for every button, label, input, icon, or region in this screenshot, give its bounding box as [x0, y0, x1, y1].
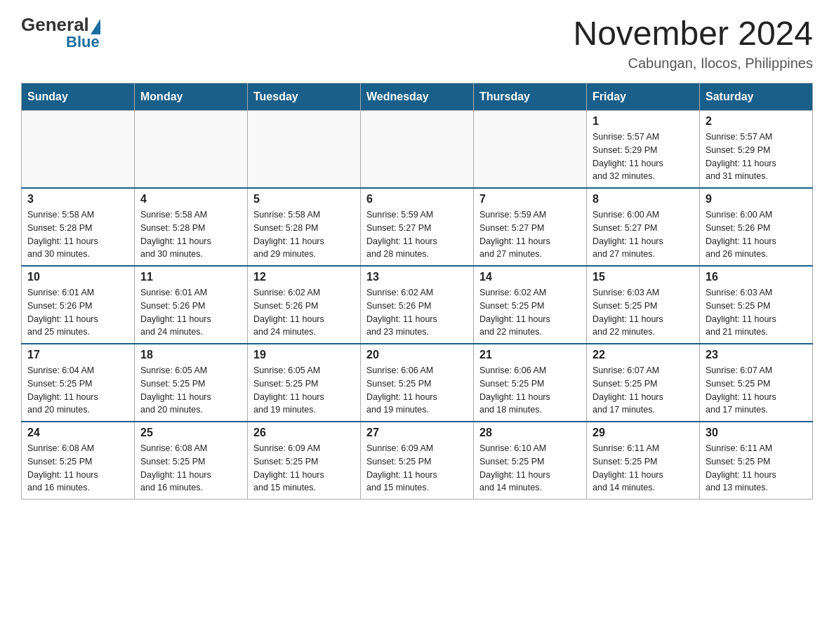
day-number: 3 — [27, 193, 128, 206]
day-number: 10 — [27, 271, 128, 283]
day-number: 22 — [593, 349, 694, 361]
day-number: 4 — [140, 193, 241, 206]
logo-blue-text: Blue — [66, 33, 100, 51]
day-number: 30 — [706, 427, 807, 439]
day-info: Sunrise: 6:11 AMSunset: 5:25 PMDaylight:… — [593, 442, 694, 495]
weekday-header-saturday: Saturday — [700, 83, 813, 111]
calendar-cell: 30Sunrise: 6:11 AMSunset: 5:25 PMDayligh… — [700, 422, 813, 499]
day-number: 6 — [366, 193, 468, 206]
weekday-header-friday: Friday — [587, 83, 700, 111]
calendar-cell: 28Sunrise: 6:10 AMSunset: 5:25 PMDayligh… — [474, 422, 587, 499]
calendar-cell: 24Sunrise: 6:08 AMSunset: 5:25 PMDayligh… — [22, 422, 135, 499]
day-number: 21 — [479, 349, 581, 361]
calendar-cell: 23Sunrise: 6:07 AMSunset: 5:25 PMDayligh… — [700, 344, 813, 422]
day-number: 5 — [253, 193, 355, 206]
day-info: Sunrise: 5:58 AMSunset: 5:28 PMDaylight:… — [253, 208, 355, 261]
page-subtitle: Cabungan, Ilocos, Philippines — [573, 55, 813, 72]
calendar-cell: 17Sunrise: 6:04 AMSunset: 5:25 PMDayligh… — [22, 344, 135, 422]
day-info: Sunrise: 5:58 AMSunset: 5:28 PMDaylight:… — [140, 208, 241, 261]
day-number: 20 — [366, 349, 468, 361]
day-info: Sunrise: 6:00 AMSunset: 5:27 PMDaylight:… — [593, 208, 694, 261]
weekday-header-tuesday: Tuesday — [248, 83, 361, 111]
calendar-cell: 26Sunrise: 6:09 AMSunset: 5:25 PMDayligh… — [248, 422, 361, 499]
day-info: Sunrise: 6:03 AMSunset: 5:25 PMDaylight:… — [706, 286, 807, 339]
calendar-cell: 21Sunrise: 6:06 AMSunset: 5:25 PMDayligh… — [474, 344, 587, 422]
calendar-week-row: 10Sunrise: 6:01 AMSunset: 5:26 PMDayligh… — [22, 266, 813, 344]
day-number: 11 — [140, 271, 241, 283]
calendar-week-row: 3Sunrise: 5:58 AMSunset: 5:28 PMDaylight… — [22, 188, 813, 266]
day-info: Sunrise: 6:02 AMSunset: 5:26 PMDaylight:… — [366, 286, 468, 339]
day-number: 9 — [706, 193, 807, 206]
day-info: Sunrise: 6:08 AMSunset: 5:25 PMDaylight:… — [140, 442, 241, 495]
calendar-week-row: 17Sunrise: 6:04 AMSunset: 5:25 PMDayligh… — [22, 344, 813, 422]
day-info: Sunrise: 6:04 AMSunset: 5:25 PMDaylight:… — [27, 364, 128, 417]
day-info: Sunrise: 6:03 AMSunset: 5:25 PMDaylight:… — [593, 286, 694, 339]
day-info: Sunrise: 5:59 AMSunset: 5:27 PMDaylight:… — [366, 208, 468, 261]
calendar-cell: 20Sunrise: 6:06 AMSunset: 5:25 PMDayligh… — [361, 344, 474, 422]
calendar-cell: 12Sunrise: 6:02 AMSunset: 5:26 PMDayligh… — [248, 266, 361, 344]
calendar-cell: 19Sunrise: 6:05 AMSunset: 5:25 PMDayligh… — [248, 344, 361, 422]
weekday-header-sunday: Sunday — [22, 83, 135, 111]
day-info: Sunrise: 6:06 AMSunset: 5:25 PMDaylight:… — [479, 364, 581, 417]
day-number: 18 — [140, 349, 241, 361]
day-number: 15 — [593, 271, 694, 283]
day-info: Sunrise: 6:10 AMSunset: 5:25 PMDaylight:… — [479, 442, 581, 495]
calendar-cell: 5Sunrise: 5:58 AMSunset: 5:28 PMDaylight… — [248, 188, 361, 266]
day-number: 2 — [706, 115, 807, 128]
day-info: Sunrise: 6:07 AMSunset: 5:25 PMDaylight:… — [706, 364, 807, 417]
calendar-week-row: 1Sunrise: 5:57 AMSunset: 5:29 PMDaylight… — [22, 111, 813, 189]
day-info: Sunrise: 5:57 AMSunset: 5:29 PMDaylight:… — [593, 130, 694, 183]
day-number: 28 — [479, 427, 581, 439]
day-info: Sunrise: 6:05 AMSunset: 5:25 PMDaylight:… — [140, 364, 241, 417]
day-number: 26 — [253, 427, 355, 439]
day-number: 14 — [479, 271, 581, 283]
day-info: Sunrise: 6:00 AMSunset: 5:26 PMDaylight:… — [706, 208, 807, 261]
calendar-cell: 22Sunrise: 6:07 AMSunset: 5:25 PMDayligh… — [587, 344, 700, 422]
logo-triangle-icon — [91, 19, 100, 34]
day-info: Sunrise: 6:02 AMSunset: 5:25 PMDaylight:… — [479, 286, 581, 339]
calendar-cell: 1Sunrise: 5:57 AMSunset: 5:29 PMDaylight… — [587, 111, 700, 189]
calendar-cell: 15Sunrise: 6:03 AMSunset: 5:25 PMDayligh… — [587, 266, 700, 344]
day-info: Sunrise: 5:57 AMSunset: 5:29 PMDaylight:… — [706, 130, 807, 183]
calendar-cell: 18Sunrise: 6:05 AMSunset: 5:25 PMDayligh… — [135, 344, 248, 422]
calendar-cell: 29Sunrise: 6:11 AMSunset: 5:25 PMDayligh… — [587, 422, 700, 499]
day-info: Sunrise: 6:01 AMSunset: 5:26 PMDaylight:… — [140, 286, 241, 339]
calendar-header-row: SundayMondayTuesdayWednesdayThursdayFrid… — [22, 83, 813, 111]
day-number: 27 — [366, 427, 468, 439]
day-info: Sunrise: 6:01 AMSunset: 5:26 PMDaylight:… — [27, 286, 128, 339]
calendar-table: SundayMondayTuesdayWednesdayThursdayFrid… — [21, 83, 813, 499]
day-info: Sunrise: 6:08 AMSunset: 5:25 PMDaylight:… — [27, 442, 128, 495]
calendar-cell: 25Sunrise: 6:08 AMSunset: 5:25 PMDayligh… — [135, 422, 248, 499]
logo: General Blue — [21, 14, 100, 51]
calendar-cell: 9Sunrise: 6:00 AMSunset: 5:26 PMDaylight… — [700, 188, 813, 266]
day-info: Sunrise: 6:02 AMSunset: 5:26 PMDaylight:… — [253, 286, 355, 339]
day-number: 16 — [706, 271, 807, 283]
day-info: Sunrise: 6:09 AMSunset: 5:25 PMDaylight:… — [366, 442, 468, 495]
weekday-header-monday: Monday — [135, 83, 248, 111]
page-title: November 2024 — [573, 14, 813, 53]
calendar-week-row: 24Sunrise: 6:08 AMSunset: 5:25 PMDayligh… — [22, 422, 813, 499]
day-number: 23 — [706, 349, 807, 361]
day-number: 8 — [593, 193, 694, 206]
day-number: 17 — [27, 349, 128, 361]
day-number: 29 — [593, 427, 694, 439]
weekday-header-wednesday: Wednesday — [361, 83, 474, 111]
calendar-cell: 11Sunrise: 6:01 AMSunset: 5:26 PMDayligh… — [135, 266, 248, 344]
calendar-cell: 10Sunrise: 6:01 AMSunset: 5:26 PMDayligh… — [22, 266, 135, 344]
day-info: Sunrise: 6:11 AMSunset: 5:25 PMDaylight:… — [706, 442, 807, 495]
day-info: Sunrise: 6:05 AMSunset: 5:25 PMDaylight:… — [253, 364, 355, 417]
calendar-cell: 4Sunrise: 5:58 AMSunset: 5:28 PMDaylight… — [135, 188, 248, 266]
calendar-cell — [22, 111, 135, 189]
day-number: 13 — [366, 271, 468, 283]
calendar-cell: 8Sunrise: 6:00 AMSunset: 5:27 PMDaylight… — [587, 188, 700, 266]
day-number: 25 — [140, 427, 241, 439]
weekday-header-thursday: Thursday — [474, 83, 587, 111]
calendar-cell — [248, 111, 361, 189]
day-info: Sunrise: 6:06 AMSunset: 5:25 PMDaylight:… — [366, 364, 468, 417]
day-info: Sunrise: 5:58 AMSunset: 5:28 PMDaylight:… — [27, 208, 128, 261]
day-info: Sunrise: 6:07 AMSunset: 5:25 PMDaylight:… — [593, 364, 694, 417]
calendar-cell: 14Sunrise: 6:02 AMSunset: 5:25 PMDayligh… — [474, 266, 587, 344]
calendar-cell: 6Sunrise: 5:59 AMSunset: 5:27 PMDaylight… — [361, 188, 474, 266]
day-number: 7 — [479, 193, 581, 206]
title-area: November 2024 Cabungan, Ilocos, Philippi… — [573, 14, 813, 72]
